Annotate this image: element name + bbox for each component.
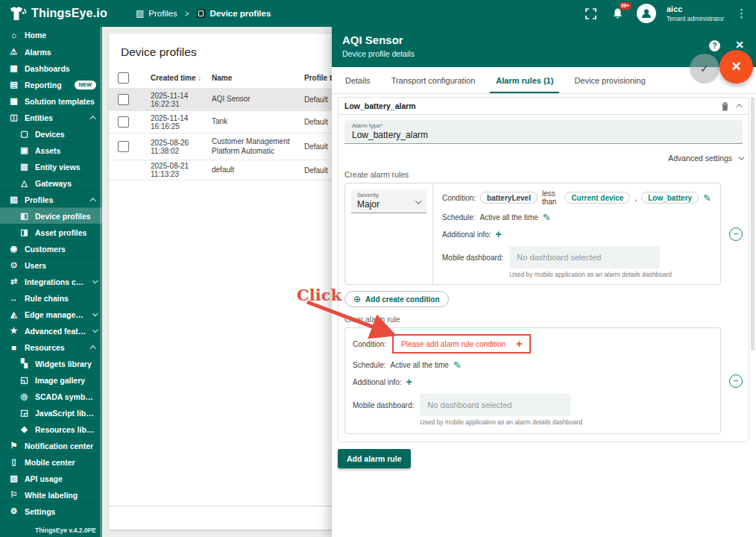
drawer-scrollbar[interactable] [751, 97, 755, 351]
sidebar-item-image-gallery[interactable]: ◱Image gallery [0, 371, 102, 388]
sort-descending-icon: ↓ [198, 75, 202, 82]
sidebar-item-edge-management[interactable]: ◭Edge management [0, 306, 102, 322]
collapse-alarm-icon[interactable] [736, 104, 742, 110]
users-icon: ⊙ [9, 260, 19, 270]
add-alarm-rule-button[interactable]: Add alarm rule [338, 449, 411, 468]
tab-transport-configuration[interactable]: Transport configuration [381, 67, 486, 93]
sidebar-item-advanced-features[interactable]: ★Advanced features [0, 322, 102, 339]
cancel-changes-button[interactable]: ✕ [719, 50, 753, 84]
user-name: aicc [667, 4, 724, 14]
severity-select[interactable]: Severity Major [351, 189, 426, 213]
sidebar-item-customers[interactable]: ◉Customers [0, 240, 102, 257]
alarm-card-header[interactable]: Low_battery_alarm [338, 98, 749, 115]
sidebar-item-notification-center[interactable]: ⚑Notification center [0, 437, 102, 453]
column-name[interactable]: Name [212, 74, 304, 82]
sidebar-item-white-labeling[interactable]: ⚐White labeling [0, 486, 102, 503]
user-menu[interactable]: aicc Tenant administrator [667, 4, 724, 22]
sidebar-item-dashboards[interactable]: ▦Dashboards [0, 60, 102, 76]
add-create-condition-button[interactable]: ⊕ Add create condition [344, 291, 449, 307]
drawer-title: AQI Sensor [342, 34, 746, 46]
breadcrumb-separator: > [185, 10, 189, 18]
sidebar-item-asset-profiles[interactable]: ◨Asset profiles [0, 224, 102, 240]
app-logo[interactable]: ThingsEye.io [0, 6, 115, 22]
top-bar: ThingsEye.io ▨ Profiles > Device profile… [0, 0, 756, 27]
delete-alarm-icon[interactable] [721, 101, 729, 111]
row-checkbox[interactable] [118, 141, 129, 152]
sidebar-item-assets[interactable]: ▣Assets [0, 142, 102, 158]
sidebar-item-rule-chains[interactable]: ↔Rule chains [0, 289, 102, 306]
mobile-dashboard-input[interactable]: No dashboard selected [420, 394, 570, 416]
add-additional-info-icon[interactable]: + [406, 377, 412, 387]
asset-profiles-icon: ◨ [19, 227, 29, 237]
mobile-dashboard-row: Mobile dashboard: No dashboard selected … [442, 246, 711, 278]
condition-value-chip[interactable]: Current device [564, 192, 630, 204]
condition-value-chip[interactable]: Low_battery [641, 192, 699, 204]
row-checkbox[interactable] [118, 116, 129, 128]
sidebar-item-device-profiles[interactable]: ◧Device profiles [0, 207, 102, 224]
edit-condition-icon[interactable]: ✎ [703, 193, 711, 203]
sidebar-item-integrations-center[interactable]: ⇄Integrations center [0, 273, 102, 289]
sidebar-item-javascript-library[interactable]: ◲JavaScript library [0, 404, 102, 421]
row-checkbox[interactable] [118, 94, 129, 105]
tab-alarm-rules[interactable]: Alarm rules (1) [485, 67, 564, 93]
advanced-settings-toggle[interactable]: Advanced settings [344, 154, 743, 163]
mobile-dashboard-input[interactable]: No dashboard selected [509, 246, 660, 268]
advanced-features-icon: ★ [9, 326, 19, 336]
sidebar-item-reporting[interactable]: ▤ReportingNEW [0, 76, 102, 92]
sidebar-item-api-usage[interactable]: ▧API usage [0, 470, 102, 486]
edit-schedule-icon[interactable]: ✎ [453, 360, 462, 370]
chevron-up-icon [89, 116, 95, 122]
chevron-down-icon [92, 327, 98, 333]
sidebar-item-entities[interactable]: ◫Entities [0, 109, 102, 125]
edit-schedule-icon[interactable]: ✎ [543, 213, 551, 222]
column-created-time[interactable]: Created time↓ [151, 74, 212, 82]
notification-count-badge: 99+ [619, 2, 631, 10]
tab-device-provisioning[interactable]: Device provisioning [564, 67, 655, 93]
sidebar-item-resources[interactable]: ■Resources [0, 339, 102, 355]
home-icon: ⌂ [9, 31, 19, 40]
alarm-type-field[interactable]: Alarm type* Low_battery_alarm [344, 120, 743, 144]
add-clear-condition-button[interactable]: Please add alarm rule condition + [392, 334, 531, 354]
avatar[interactable] [637, 4, 656, 23]
sidebar-item-resources-library[interactable]: ◆Resources library [0, 421, 102, 437]
sidebar-item-profiles[interactable]: ▨Profiles [0, 191, 102, 207]
sidebar-item-scada-symbols[interactable]: ◎SCADA symbols [0, 388, 102, 404]
thingseye-logo-icon [9, 6, 27, 22]
notifications-bell-icon[interactable]: 99+ [610, 5, 626, 22]
sidebar-item-widgets-library[interactable]: ▚Widgets library [0, 355, 102, 371]
add-additional-info-icon[interactable]: + [496, 229, 502, 239]
fullscreen-icon[interactable] [583, 5, 599, 22]
sidebar-item-home[interactable]: ⌂Home [0, 27, 102, 43]
gateways-icon: △ [19, 178, 29, 188]
drawer-close-icon[interactable]: ✕ [735, 39, 744, 51]
breadcrumb-profiles[interactable]: ▨ Profiles [136, 8, 177, 19]
app-title: ThingsEye.io [31, 7, 107, 20]
resources-icon: ■ [9, 343, 19, 352]
additional-info-label: Additional info: [442, 230, 491, 239]
help-icon[interactable]: ? [709, 40, 720, 51]
breadcrumb-device-profiles[interactable]: Device profiles [197, 9, 271, 18]
sidebar-item-mobile-center[interactable]: ▯Mobile center [0, 453, 102, 470]
device-profiles-breadcrumb-icon [197, 9, 206, 18]
sidebar-item-alarms[interactable]: ⚠Alarms [0, 43, 102, 60]
sidebar-item-solution-templates[interactable]: ▩Solution templates [0, 92, 102, 109]
chevron-down-icon [92, 310, 98, 316]
sidebar-item-entity-views[interactable]: ▥Entity views [0, 158, 102, 175]
app-root: ThingsEye.io ▨ Profiles > Device profile… [0, 0, 756, 537]
tab-details[interactable]: Details [335, 67, 381, 93]
sidebar-item-devices[interactable]: ▢Devices [0, 125, 102, 142]
schedule-label: Schedule: [442, 213, 475, 222]
sidebar-item-users[interactable]: ⊙Users [0, 257, 102, 273]
sidebar-item-gateways[interactable]: △Gateways [0, 175, 102, 191]
scada-symbols-icon: ◎ [19, 392, 29, 401]
apply-changes-button[interactable]: ✓ [690, 54, 719, 84]
clear-alarm-rule-box: Condition: Please add alarm rule conditi… [344, 327, 721, 434]
sidebar-item-settings[interactable]: ⚙Settings [0, 503, 102, 519]
condition-key-chip[interactable]: batteryLevel [480, 192, 538, 204]
create-alarm-rules-label: Create alarm rules [344, 170, 743, 179]
javascript-library-icon: ◲ [19, 408, 29, 418]
select-all-checkbox[interactable] [118, 72, 129, 84]
kebab-menu-icon[interactable]: ⋮ [734, 7, 749, 20]
remove-clear-condition-button[interactable]: − [729, 374, 743, 388]
remove-create-condition-button[interactable]: − [729, 227, 743, 241]
